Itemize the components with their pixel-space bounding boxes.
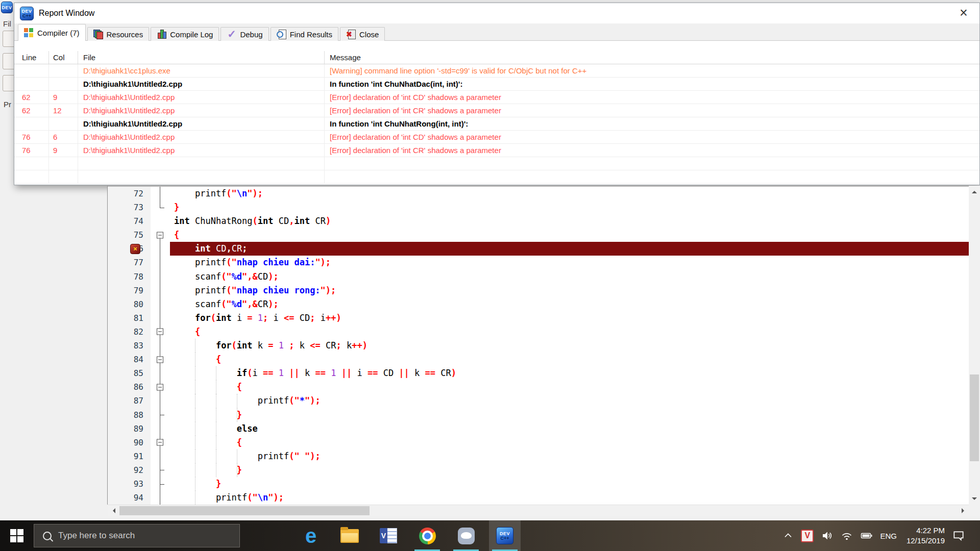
code-line-78[interactable]: 78 scanf("%d",&CD); (108, 270, 969, 284)
vertical-scrollbar[interactable] (969, 186, 980, 505)
compiler-message-row[interactable]: D:\thigiuahk1\Untitled2.cppIn function '… (14, 78, 979, 91)
battery-icon[interactable] (860, 530, 873, 542)
scroll-down-icon[interactable] (972, 497, 977, 503)
column-header[interactable]: Line (14, 51, 49, 64)
code-text[interactable]: int ChuNhatRong(int CD,int CR) (170, 214, 969, 228)
column-header[interactable]: Message (325, 51, 979, 64)
start-button[interactable] (0, 520, 34, 551)
tab-find[interactable]: Find Results (271, 27, 338, 41)
cell (14, 117, 49, 130)
code-line-86[interactable]: 86 { (108, 380, 969, 394)
code-line-94[interactable]: 94 printf("\n"); (108, 491, 969, 505)
scroll-right-icon[interactable] (962, 508, 967, 513)
horizontal-scroll-thumb[interactable] (119, 506, 370, 515)
code-line-89[interactable]: 89 else (108, 422, 969, 436)
fold-margin (151, 242, 170, 256)
tab-close[interactable]: Close (340, 27, 385, 41)
code-text[interactable]: for(int i = 1; i <= CD; i++) (170, 311, 969, 325)
compiler-message-row[interactable]: D:\thigiuahk1\cc1plus.exe[Warning] comma… (14, 64, 979, 78)
code-text[interactable]: printf("nhap chieu dai:"); (170, 256, 969, 269)
taskbar-devcpp-button[interactable]: DEVC++ (489, 520, 521, 551)
code-text[interactable]: printf("*"); (170, 394, 969, 408)
taskbar-search-box[interactable]: Type here to search (34, 524, 240, 547)
code-text[interactable]: printf(" "); (170, 449, 969, 463)
code-line-91[interactable]: 91 printf(" "); (108, 449, 969, 463)
code-line-85[interactable]: 85 if(i == 1 || k == 1 || i == CD || k =… (108, 366, 969, 380)
code-text[interactable]: { (170, 353, 969, 366)
code-text[interactable]: for(int k = 1 ; k <= CR; k++) (170, 339, 969, 353)
compiler-message-row[interactable]: 769D:\thigiuahk1\Untitled2.cpp[Error] de… (14, 144, 979, 157)
code-line-90[interactable]: 90 { (108, 436, 969, 449)
taskbar-clock[interactable]: 4:22 PM12/15/2019 (906, 525, 945, 546)
code-text[interactable]: { (170, 228, 969, 242)
code-line-82[interactable]: 82 { (108, 325, 969, 339)
fold-toggle-icon[interactable] (151, 380, 170, 394)
taskbar-discord-button[interactable] (450, 520, 482, 551)
code-line-74[interactable]: 74int ChuNhatRong(int CD,int CR) (108, 214, 969, 228)
tab-compiler[interactable]: Compiler (7) (18, 24, 86, 41)
line-number: 86 (108, 380, 151, 394)
code-text[interactable]: { (170, 380, 969, 394)
column-header[interactable]: File (78, 51, 325, 64)
close-icon (346, 30, 356, 39)
code-text[interactable]: printf("\n"); (170, 187, 969, 201)
code-line-88[interactable]: 88 } (108, 408, 969, 422)
volume-icon[interactable] (820, 530, 834, 542)
network-icon[interactable] (840, 530, 853, 542)
code-line-73[interactable]: 73} (108, 201, 969, 214)
code-text[interactable]: else (170, 422, 969, 436)
compiler-message-row[interactable]: 629D:\thigiuahk1\Untitled2.cpp[Error] de… (14, 91, 979, 104)
action-center-icon[interactable] (951, 529, 966, 542)
tab-log[interactable]: Compile Log (151, 27, 219, 41)
code-line-80[interactable]: 80 scanf("%d",&CR); (108, 297, 969, 311)
code-text[interactable]: } (170, 201, 969, 214)
taskbar-edge-button[interactable]: e (295, 520, 327, 551)
fold-toggle-icon[interactable] (151, 325, 170, 339)
column-header[interactable]: Col (49, 51, 78, 64)
scroll-left-icon[interactable] (110, 508, 115, 513)
code-text[interactable]: } (170, 477, 969, 491)
taskbar-visio-button[interactable]: V (373, 520, 404, 551)
code-text[interactable]: printf("nhap chieu rong:"); (170, 284, 969, 297)
vertical-scroll-thumb[interactable] (970, 374, 979, 461)
scroll-up-icon[interactable] (972, 188, 977, 193)
tab-resources[interactable]: Resources (87, 27, 150, 41)
tray-chevron-up-icon[interactable] (782, 530, 794, 542)
code-text[interactable]: printf("\n"); (170, 491, 969, 505)
code-text[interactable]: } (170, 408, 969, 422)
code-line-72[interactable]: 72 printf("\n"); (108, 187, 969, 201)
compiler-message-row[interactable]: 6212D:\thigiuahk1\Untitled2.cpp[Error] d… (14, 104, 979, 117)
code-line-75[interactable]: 75{ (108, 228, 969, 242)
fold-toggle-icon[interactable] (151, 228, 170, 242)
report-window-titlebar[interactable]: DEVC++ Report Window × (14, 3, 979, 23)
code-line-92[interactable]: 92 } (108, 463, 969, 477)
taskbar-chrome-button[interactable] (411, 520, 443, 551)
code-line-83[interactable]: 83 for(int k = 1 ; k <= CR; k++) (108, 339, 969, 353)
code-text[interactable]: { (170, 436, 969, 449)
code-line-77[interactable]: 77 printf("nhap chieu dai:"); (108, 256, 969, 269)
line-number: 84 (108, 353, 151, 366)
horizontal-scrollbar[interactable] (108, 505, 969, 516)
fold-toggle-icon[interactable] (151, 436, 170, 449)
file-menu-fragment[interactable]: Fil (3, 19, 11, 28)
code-line-79[interactable]: 79 printf("nhap chieu rong:"); (108, 284, 969, 297)
code-line-76[interactable]: 76× int CD,CR; (108, 242, 969, 256)
code-text[interactable]: } (170, 463, 969, 477)
code-text[interactable]: int CD,CR; (170, 242, 969, 256)
code-text[interactable]: { (170, 325, 969, 339)
language-indicator[interactable]: ENG (880, 532, 897, 540)
code-text[interactable]: scanf("%d",&CD); (170, 270, 969, 284)
vietnamese-ime-icon[interactable] (801, 530, 814, 542)
code-line-84[interactable]: 84 { (108, 353, 969, 366)
code-text[interactable]: if(i == 1 || k == 1 || i == CD || k == C… (170, 366, 969, 380)
compiler-message-row[interactable]: 766D:\thigiuahk1\Untitled2.cpp[Error] de… (14, 131, 979, 144)
taskbar-file-explorer-button[interactable] (334, 520, 365, 551)
code-line-81[interactable]: 81 for(int i = 1; i <= CD; i++) (108, 311, 969, 325)
code-text[interactable]: scanf("%d",&CR); (170, 297, 969, 311)
fold-toggle-icon[interactable] (151, 353, 170, 366)
compiler-message-row[interactable]: D:\thigiuahk1\Untitled2.cppIn function '… (14, 117, 979, 131)
close-window-button[interactable]: × (955, 4, 972, 21)
code-line-87[interactable]: 87 printf("*"); (108, 394, 969, 408)
code-line-93[interactable]: 93 } (108, 477, 969, 491)
tab-debug[interactable]: ✓Debug (220, 27, 268, 41)
